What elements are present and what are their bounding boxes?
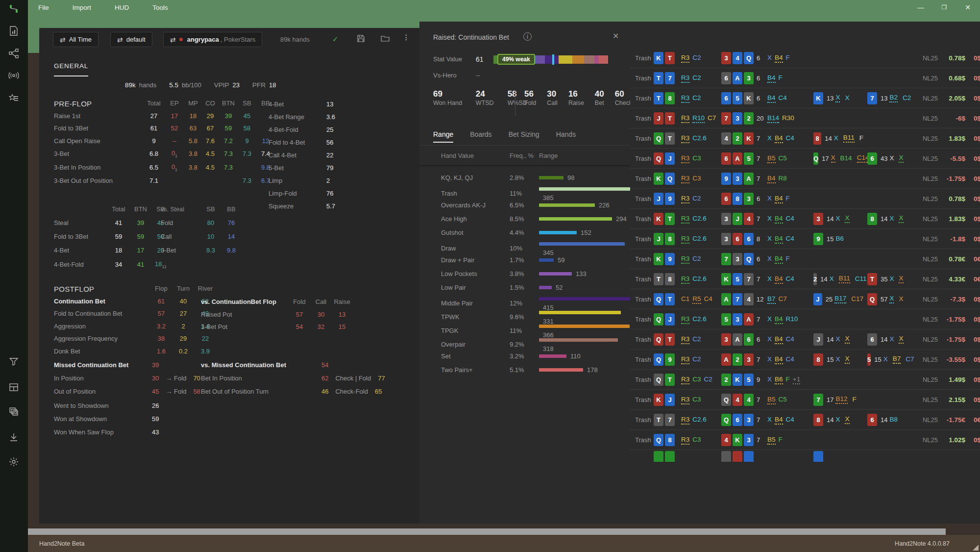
stat-value: 79 [326, 164, 346, 172]
action-token: C2 [692, 255, 701, 263]
close-icon[interactable]: ✕ [962, 3, 973, 11]
range-bar [539, 286, 552, 289]
stat-label: Went to Showdown [54, 402, 152, 409]
preflop-actions: R3C2.6 [681, 234, 720, 244]
reports-icon[interactable] [8, 25, 20, 37]
range-row[interactable]: TPGK11%366 [419, 322, 630, 335]
settings-icon[interactable] [8, 456, 20, 468]
hand-row[interactable]: TrashQ8R3C34K37B5FNL251.02$0$10 years [630, 430, 980, 450]
download-icon[interactable] [8, 432, 20, 444]
range-row[interactable]: Trash11%385 [419, 184, 630, 198]
stat-label: 4-Bet [269, 100, 326, 108]
player-selector-button[interactable]: ⇄ angrypaca , PokerStars [163, 32, 262, 47]
filter-icon[interactable] [8, 356, 20, 368]
menu-item-file[interactable]: File [35, 2, 52, 13]
column-header: Turn [172, 285, 194, 292]
range-count: 110 [570, 352, 581, 360]
stat-label: Bet In Position [201, 375, 315, 382]
stack-icon[interactable] [8, 406, 20, 418]
hand-row[interactable]: TrashQJR3C36A57B5C5Q17XB14C14643XXNL25-5… [630, 149, 980, 169]
menu-item-import[interactable]: Import [70, 2, 94, 13]
range-count: 152 [581, 229, 591, 236]
card: J [665, 313, 675, 326]
range-row[interactable]: Ace High8.5%294 [419, 212, 630, 226]
tab-range[interactable]: Range [433, 130, 453, 143]
maximize-icon[interactable]: ❐ [939, 4, 950, 11]
pot-size: 17 [822, 155, 829, 162]
action-token: B4 [775, 355, 783, 364]
card: K [654, 52, 663, 64]
flop-actions: XB4C4 [767, 214, 812, 224]
hand-row[interactable]: TrashJTR3R10C773220B14R30NL25-6$0$10 yea… [630, 108, 980, 128]
range-row[interactable]: Overpair9.2%318 [419, 335, 630, 349]
hand-row[interactable]: TrashQ9R3C2A237XB4C4815XX515XB7C7NL25-3.… [630, 350, 980, 370]
hand-row[interactable]: TrashT7R3C2.6Q637XB4C4814XX614B8NL25-1.7… [630, 410, 980, 430]
tab-boards[interactable]: Boards [470, 130, 491, 143]
minimize-icon[interactable]: — [915, 3, 926, 11]
app-logo-icon[interactable] [8, 3, 20, 15]
menu-item-hud[interactable]: HUD [112, 2, 132, 13]
pot-size: 7 [757, 396, 766, 403]
range-row[interactable]: KQ, KJ, QJ2.8%98 [419, 171, 630, 184]
card: J [813, 333, 823, 346]
card: J [733, 213, 742, 225]
resize-grip[interactable] [973, 545, 979, 551]
hand-value-label: KQ, KJ, QJ [441, 174, 510, 181]
hand-row[interactable]: TrashJ9R3C26836XB4FNL250.78$0$10 years [630, 189, 980, 209]
range-bar-wrap: 98 [539, 173, 630, 182]
favorites-icon[interactable] [8, 93, 20, 104]
range-row[interactable]: Two Pairs+5.1%178 [419, 363, 630, 376]
horizontal-scrollbar[interactable] [28, 528, 946, 535]
stat-value: 7.3 [219, 164, 238, 171]
hand-row[interactable]: TrashKTR3C234Q6XB4FNL250.78$0$10 years [630, 48, 980, 68]
card: 5 [733, 273, 742, 285]
range-row[interactable]: TPWK9.6%331 [419, 308, 630, 322]
kebab-menu-icon[interactable]: ⋮ [403, 33, 410, 41]
hand-value-label: TPGK [441, 327, 510, 334]
share-icon[interactable] [8, 48, 20, 60]
action-token: R3 [681, 74, 689, 83]
range-row[interactable]: Gutshot4.4%152 [419, 226, 630, 239]
column-header: Fold [288, 298, 311, 305]
hand-row[interactable]: TrashQTC1R5C4A7412B7C7J25B17C17Q57XXNL25… [630, 289, 980, 309]
tab-bet-sizing[interactable]: Bet Sizing [509, 130, 539, 143]
stat-gradient-bar[interactable]: 49% weak [493, 55, 608, 64]
hand-row[interactable]: TrashT8R3C2.6K577XB4C4214XB11C11T35XXNL2… [630, 269, 980, 289]
hand-row[interactable]: TrashQTR3C23A66XB4C4J14XX614XXNL25-1.75$… [630, 329, 980, 350]
preflop-actions: R3C2.6 [681, 314, 720, 324]
layout-icon[interactable] [8, 382, 20, 394]
hand-row[interactable]: TrashT8R3C265K6B4C4K13XX713B2C2NL252.05$… [630, 88, 980, 108]
tab-general[interactable]: GENERAL [54, 62, 88, 76]
tab-hands[interactable]: Hands [556, 130, 576, 143]
hand-row[interactable]: TrashJ8R3C2.63668XB4C4915B6NL25-1.8$0$10… [630, 229, 980, 249]
hand-row[interactable]: TrashKJR3C3Q447B5C5717B12FNL252.15$0$10 … [630, 390, 980, 410]
hand-row[interactable]: TrashKTR3C2.63J47XB4C4314XX814XXNL251.83… [630, 209, 980, 229]
range-row[interactable]: Overcards AK-J6.5%226 [419, 198, 630, 212]
win-amount: 0.78€ [939, 255, 965, 263]
range-row[interactable]: Draw10%345 [419, 239, 630, 253]
hand-row[interactable]: TrashKQR3C393A7B4R8NL25-1.75$0$10 years [630, 169, 980, 189]
hand-row[interactable]: TrashK9R3C273Q6XB4FNL250.78€0€10 years [630, 249, 980, 269]
menu-item-tools[interactable]: Tools [149, 2, 171, 13]
range-row[interactable]: Low Pair1.5%52 [419, 280, 630, 294]
range-row[interactable]: Middle Pair12%415 [419, 294, 630, 308]
stat-value: 54 [288, 323, 311, 330]
time-filter-button[interactable]: ⇄ All Time [53, 32, 98, 47]
stat-row: In Position30→ Fold70 [54, 375, 200, 382]
check-icon[interactable]: ✓ [332, 35, 339, 44]
range-row[interactable]: Draw + Pair1.7%59 [419, 253, 630, 267]
range-row[interactable]: Set3.2%110 [419, 349, 630, 363]
popup-close-icon[interactable]: ✕ [612, 31, 619, 41]
range-row[interactable]: Low Pockets3.8%133 [419, 267, 630, 280]
folder-icon[interactable] [381, 35, 390, 44]
flop-actions: XB4C4 [767, 234, 812, 244]
save-icon[interactable] [357, 34, 365, 45]
hand-row-partial[interactable] [630, 450, 980, 462]
hand-row[interactable]: TrashQJR3C2.653A7XB4R10NL25-1.75$0$10 ye… [630, 309, 980, 329]
broadcast-icon[interactable] [8, 70, 20, 82]
hand-row[interactable]: TrashQTR3C3C22K59XB6F+1NL251.49$0$10 yea… [630, 370, 980, 390]
info-icon[interactable]: i [523, 32, 532, 41]
hand-row[interactable]: TrashQTR3C2.642K7XB4C4814XB11FNL251.83$0… [630, 128, 980, 149]
hand-row[interactable]: TrashT7R3C26A36B4FNL250.68$0$10 years [630, 68, 980, 88]
profile-filter-button[interactable]: ⇄ default [110, 32, 152, 47]
